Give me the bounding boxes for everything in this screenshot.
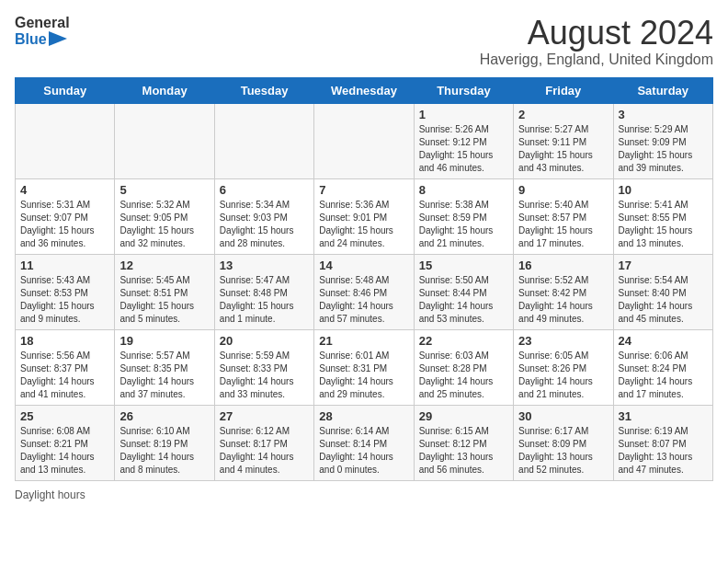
calendar-cell: 2Sunrise: 5:27 AM Sunset: 9:11 PM Daylig… — [514, 103, 613, 178]
calendar-cell: 11Sunrise: 5:43 AM Sunset: 8:53 PM Dayli… — [16, 254, 115, 329]
calendar-cell: 5Sunrise: 5:32 AM Sunset: 9:05 PM Daylig… — [115, 178, 214, 254]
calendar-cell: 26Sunrise: 6:10 AM Sunset: 8:19 PM Dayli… — [115, 405, 214, 480]
calendar-cell: 6Sunrise: 5:34 AM Sunset: 9:03 PM Daylig… — [214, 178, 313, 254]
day-number: 3 — [619, 108, 708, 121]
day-number: 8 — [419, 183, 508, 197]
day-number: 26 — [119, 409, 209, 423]
logo-general: General — [15, 15, 70, 31]
day-number: 12 — [119, 259, 209, 272]
day-info: Sunrise: 6:03 AM Sunset: 8:28 PM Dayligh… — [419, 350, 508, 401]
calendar-cell: 24Sunrise: 6:06 AM Sunset: 8:24 PM Dayli… — [613, 329, 712, 405]
calendar-cell: 21Sunrise: 6:01 AM Sunset: 8:31 PM Dayli… — [314, 329, 414, 405]
calendar-week-4: 18Sunrise: 5:56 AM Sunset: 8:37 PM Dayli… — [16, 329, 713, 405]
calendar-cell: 17Sunrise: 5:54 AM Sunset: 8:40 PM Dayli… — [613, 254, 712, 329]
calendar-cell: 22Sunrise: 6:03 AM Sunset: 8:28 PM Dayli… — [414, 329, 513, 405]
day-info: Sunrise: 5:54 AM Sunset: 8:40 PM Dayligh… — [619, 274, 708, 326]
day-info: Sunrise: 5:47 AM Sunset: 8:48 PM Dayligh… — [220, 274, 309, 326]
day-info: Sunrise: 5:50 AM Sunset: 8:44 PM Dayligh… — [419, 274, 508, 326]
day-number: 21 — [319, 334, 408, 348]
calendar-cell: 1Sunrise: 5:26 AM Sunset: 9:12 PM Daylig… — [414, 103, 513, 178]
day-number: 7 — [319, 183, 408, 197]
day-number: 28 — [319, 409, 408, 423]
daylight-hours-label: Daylight hours — [15, 488, 85, 501]
day-info: Sunrise: 6:05 AM Sunset: 8:26 PM Dayligh… — [518, 350, 608, 401]
day-info: Sunrise: 6:14 AM Sunset: 8:14 PM Dayligh… — [319, 425, 408, 477]
footer-note: Daylight hours — [15, 488, 713, 501]
calendar-cell — [314, 103, 414, 178]
day-number: 31 — [619, 409, 708, 423]
day-info: Sunrise: 5:38 AM Sunset: 8:59 PM Dayligh… — [419, 199, 508, 250]
day-info: Sunrise: 5:57 AM Sunset: 8:35 PM Dayligh… — [119, 350, 209, 401]
days-header-row: SundayMondayTuesdayWednesdayThursdayFrid… — [16, 77, 713, 103]
day-number: 4 — [20, 183, 109, 197]
calendar-week-3: 11Sunrise: 5:43 AM Sunset: 8:53 PM Dayli… — [16, 254, 713, 329]
day-number: 13 — [220, 259, 309, 272]
day-number: 9 — [518, 183, 608, 197]
calendar-cell: 29Sunrise: 6:15 AM Sunset: 8:12 PM Dayli… — [414, 405, 513, 480]
calendar-cell — [115, 103, 214, 178]
day-info: Sunrise: 6:17 AM Sunset: 8:09 PM Dayligh… — [518, 425, 608, 477]
day-info: Sunrise: 5:48 AM Sunset: 8:46 PM Dayligh… — [319, 274, 408, 326]
day-number: 22 — [419, 334, 508, 348]
day-info: Sunrise: 6:01 AM Sunset: 8:31 PM Dayligh… — [319, 350, 408, 401]
calendar-table: SundayMondayTuesdayWednesdayThursdayFrid… — [15, 77, 713, 481]
day-header-monday: Monday — [115, 77, 214, 103]
calendar-cell: 8Sunrise: 5:38 AM Sunset: 8:59 PM Daylig… — [414, 178, 513, 254]
location-subtitle: Haverigg, England, United Kingdom — [480, 52, 713, 68]
calendar-cell: 10Sunrise: 5:41 AM Sunset: 8:55 PM Dayli… — [613, 178, 712, 254]
calendar-week-1: 1Sunrise: 5:26 AM Sunset: 9:12 PM Daylig… — [16, 103, 713, 178]
day-number: 16 — [518, 259, 608, 272]
day-info: Sunrise: 5:29 AM Sunset: 9:09 PM Dayligh… — [619, 123, 708, 175]
day-number: 6 — [220, 183, 309, 197]
calendar-cell: 19Sunrise: 5:57 AM Sunset: 8:35 PM Dayli… — [115, 329, 214, 405]
calendar-cell — [16, 103, 115, 178]
day-info: Sunrise: 6:15 AM Sunset: 8:12 PM Dayligh… — [419, 425, 508, 477]
calendar-cell: 15Sunrise: 5:50 AM Sunset: 8:44 PM Dayli… — [414, 254, 513, 329]
day-number: 15 — [419, 259, 508, 272]
logo-blue: Blue — [15, 31, 67, 48]
calendar-cell: 4Sunrise: 5:31 AM Sunset: 9:07 PM Daylig… — [16, 178, 115, 254]
calendar-cell: 28Sunrise: 6:14 AM Sunset: 8:14 PM Dayli… — [314, 405, 414, 480]
page-header: General Blue August 2024 Haverigg, Engla… — [15, 15, 713, 68]
day-header-saturday: Saturday — [613, 77, 712, 103]
calendar-cell: 7Sunrise: 5:36 AM Sunset: 9:01 PM Daylig… — [314, 178, 414, 254]
day-number: 30 — [518, 409, 608, 423]
day-number: 2 — [518, 108, 608, 121]
month-title: August 2024 — [480, 15, 713, 52]
svg-marker-0 — [49, 31, 67, 46]
day-info: Sunrise: 5:27 AM Sunset: 9:11 PM Dayligh… — [518, 123, 608, 175]
day-info: Sunrise: 6:10 AM Sunset: 8:19 PM Dayligh… — [119, 425, 209, 477]
day-header-wednesday: Wednesday — [314, 77, 414, 103]
day-info: Sunrise: 5:52 AM Sunset: 8:42 PM Dayligh… — [518, 274, 608, 326]
day-number: 23 — [518, 334, 608, 348]
calendar-cell: 18Sunrise: 5:56 AM Sunset: 8:37 PM Dayli… — [16, 329, 115, 405]
calendar-cell: 13Sunrise: 5:47 AM Sunset: 8:48 PM Dayli… — [214, 254, 313, 329]
day-info: Sunrise: 5:45 AM Sunset: 8:51 PM Dayligh… — [119, 274, 209, 326]
calendar-cell: 20Sunrise: 5:59 AM Sunset: 8:33 PM Dayli… — [214, 329, 313, 405]
day-info: Sunrise: 5:40 AM Sunset: 8:57 PM Dayligh… — [518, 199, 608, 250]
day-header-thursday: Thursday — [414, 77, 513, 103]
calendar-cell: 25Sunrise: 6:08 AM Sunset: 8:21 PM Dayli… — [16, 405, 115, 480]
day-info: Sunrise: 5:32 AM Sunset: 9:05 PM Dayligh… — [119, 199, 209, 250]
day-info: Sunrise: 6:12 AM Sunset: 8:17 PM Dayligh… — [220, 425, 309, 477]
day-info: Sunrise: 5:26 AM Sunset: 9:12 PM Dayligh… — [419, 123, 508, 175]
calendar-cell: 16Sunrise: 5:52 AM Sunset: 8:42 PM Dayli… — [514, 254, 613, 329]
calendar-cell — [214, 103, 313, 178]
calendar-cell: 12Sunrise: 5:45 AM Sunset: 8:51 PM Dayli… — [115, 254, 214, 329]
day-number: 10 — [619, 183, 708, 197]
day-header-tuesday: Tuesday — [214, 77, 313, 103]
day-info: Sunrise: 5:31 AM Sunset: 9:07 PM Dayligh… — [20, 199, 109, 250]
calendar-cell: 27Sunrise: 6:12 AM Sunset: 8:17 PM Dayli… — [214, 405, 313, 480]
day-number: 19 — [119, 334, 209, 348]
calendar-cell: 31Sunrise: 6:19 AM Sunset: 8:07 PM Dayli… — [613, 405, 712, 480]
day-header-sunday: Sunday — [16, 77, 115, 103]
calendar-week-2: 4Sunrise: 5:31 AM Sunset: 9:07 PM Daylig… — [16, 178, 713, 254]
calendar-cell: 3Sunrise: 5:29 AM Sunset: 9:09 PM Daylig… — [613, 103, 712, 178]
day-info: Sunrise: 5:56 AM Sunset: 8:37 PM Dayligh… — [20, 350, 109, 401]
day-number: 25 — [20, 409, 109, 423]
day-number: 1 — [419, 108, 508, 121]
calendar-cell: 9Sunrise: 5:40 AM Sunset: 8:57 PM Daylig… — [514, 178, 613, 254]
logo: General Blue — [15, 15, 70, 47]
day-number: 27 — [220, 409, 309, 423]
day-number: 5 — [119, 183, 209, 197]
